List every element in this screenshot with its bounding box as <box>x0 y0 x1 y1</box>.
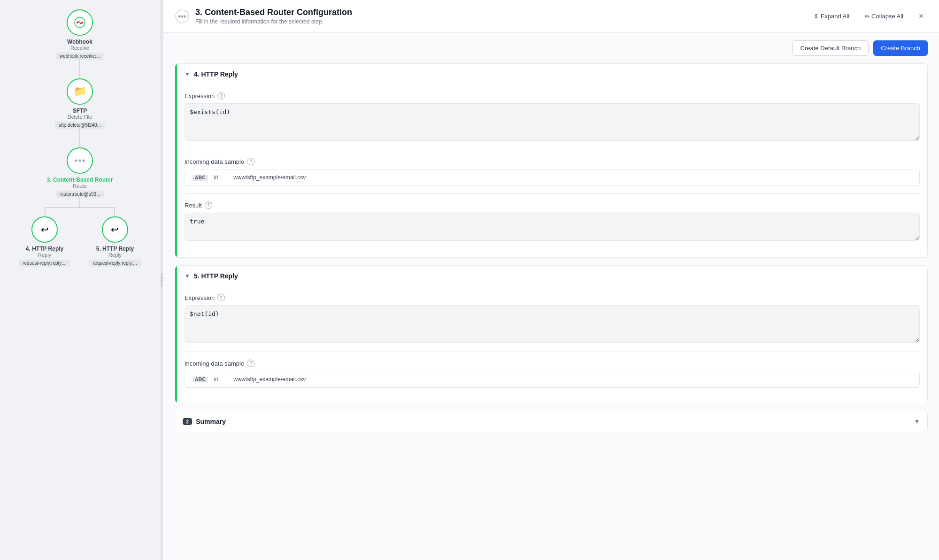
incoming-4-value-0: www/sftp_example/email.csv <box>233 174 306 181</box>
router-icon <box>75 158 85 163</box>
result-4-help-icon[interactable]: ? <box>205 201 212 209</box>
branch-fork <box>33 198 127 216</box>
section-5-card: ▼ 5. HTTP Reply Expression ? $not(id) In… <box>175 265 928 403</box>
create-default-branch-button[interactable]: Create Default Branch <box>793 40 869 56</box>
section-5-divider <box>185 352 920 352</box>
summary-chevron: ▼ <box>914 418 920 425</box>
section-4-chevron: ▼ <box>185 71 190 77</box>
incoming-4-help-icon[interactable]: ? <box>247 158 254 165</box>
node-1-wrapper: Webhook Receive webhook:receive:... <box>56 9 104 60</box>
section-4-result-group: Result ? true <box>185 201 920 242</box>
summary-section: 2 Summary ▼ <box>175 411 928 432</box>
node-5-circle[interactable]: ↩ <box>102 216 128 243</box>
collapse-all-button[interactable]: ⇔ Collapse All <box>861 11 907 22</box>
svg-point-9 <box>184 15 186 17</box>
branch-nodes: ↩ 4. HTTP Reply Reply request-reply:repl… <box>19 216 141 267</box>
expand-all-button[interactable]: ⇕ Expand All <box>810 11 853 22</box>
node-5-badge: request-reply:reply:... <box>89 260 141 267</box>
section-4-expression-group: Expression ? $exists(id) <box>185 92 920 142</box>
node-4-badge: request-reply:reply:... <box>19 260 70 267</box>
section-4-expression-label: Expression ? <box>185 92 920 100</box>
section-4-divider-2 <box>185 193 920 194</box>
section-5-header[interactable]: ▼ 5. HTTP Reply <box>175 266 927 286</box>
svg-point-1 <box>77 22 78 23</box>
node-2-wrapper: 📁 SFTP Delete File sftp:delete@5f240... <box>55 78 105 129</box>
router-header-icon <box>175 9 190 24</box>
section-4-incoming-table: ABC id www/sftp_example/email.csv <box>185 169 920 186</box>
create-branch-button[interactable]: Create Branch <box>873 40 928 56</box>
section-4-body: Expression ? $exists(id) Incoming data s… <box>175 84 927 257</box>
svg-point-4 <box>79 160 81 162</box>
header-text: 3. Content-Based Router Configuration Fi… <box>195 8 804 25</box>
node-1-badge: webhook:receive:... <box>56 53 104 60</box>
sftp-icon: 📁 <box>74 85 86 98</box>
section-4-card: ▼ 4. HTTP Reply Expression ? $exists(id)… <box>175 63 928 258</box>
svg-point-5 <box>83 160 85 162</box>
node-2-sublabel: Delete File <box>68 114 92 120</box>
summary-badge: 2 <box>183 418 192 425</box>
node-3-circle[interactable] <box>67 147 93 174</box>
node-1-circle[interactable] <box>67 9 93 36</box>
panel-content: Create Default Branch Create Branch ▼ 4.… <box>163 33 939 560</box>
section-5-incoming-group: Incoming data sample ? ABC id www/sftp_e… <box>185 360 920 388</box>
expression-4-help-icon[interactable]: ? <box>217 92 225 100</box>
connector-2-3 <box>79 129 80 147</box>
section-4-title: 4. HTTP Reply <box>194 70 238 78</box>
node-4-circle[interactable]: ↩ <box>31 216 58 243</box>
expression-5-help-icon[interactable]: ? <box>217 294 225 301</box>
resize-dots <box>161 274 162 286</box>
incoming-4-label-text: Incoming data sample <box>185 158 244 165</box>
result-4-textarea[interactable]: true <box>185 213 920 241</box>
reply-5-icon: ↩ <box>111 224 119 235</box>
section-5-title: 5. HTTP Reply <box>194 272 238 280</box>
sidebar: Webhook Receive webhook:receive:... 📁 SF… <box>0 0 160 560</box>
section-5-expression-group: Expression ? $not(id) <box>185 294 920 344</box>
reply-4-icon: ↩ <box>41 224 49 235</box>
incoming-5-label-text: Incoming data sample <box>185 360 244 367</box>
section-5-chevron: ▼ <box>185 273 190 279</box>
node-3-label: 3. Content-Based Router <box>47 176 113 183</box>
node-2-circle[interactable]: 📁 <box>67 78 93 105</box>
section-4-header[interactable]: ▼ 4. HTTP Reply <box>175 64 927 84</box>
incoming-5-help-icon[interactable]: ? <box>247 360 254 367</box>
node-4-wrapper: ↩ 4. HTTP Reply Reply request-reply:repl… <box>19 216 70 267</box>
expand-icon: ⇕ <box>814 13 819 20</box>
node-3-sublabel: Route <box>73 183 86 189</box>
panel-subtitle: Fill in the required information for the… <box>195 18 804 25</box>
collapse-all-label: Collapse All <box>871 13 903 20</box>
incoming-5-row-0: ABC id www/sftp_example/email.csv <box>185 371 919 387</box>
action-bar: Create Default Branch Create Branch <box>175 40 928 56</box>
expression-5-label-text: Expression <box>185 294 215 301</box>
node-3-wrapper: 3. Content-Based Router Route router:rou… <box>47 147 113 198</box>
node-2-badge: sftp:delete@5f240... <box>55 122 105 129</box>
incoming-4-key-0: id <box>214 174 228 181</box>
svg-point-2 <box>81 22 83 23</box>
panel-title: 3. Content-Based Router Configuration <box>195 8 804 17</box>
node-3-badge: router:route@a93... <box>56 191 104 198</box>
expression-4-textarea[interactable]: $exists(id) <box>185 103 920 141</box>
collapse-icon: ⇔ <box>864 13 870 20</box>
resize-handle[interactable] <box>160 0 163 560</box>
incoming-4-type-0: ABC <box>192 175 208 181</box>
summary-header[interactable]: 2 Summary ▼ <box>175 411 927 432</box>
node-5-wrapper: ↩ 5. HTTP Reply Reply request-reply:repl… <box>89 216 141 267</box>
svg-point-7 <box>178 15 181 17</box>
section-4-result-label: Result ? <box>185 201 920 209</box>
incoming-4-row-0: ABC id www/sftp_example/email.csv <box>185 169 919 185</box>
section-5-incoming-label: Incoming data sample ? <box>185 360 920 367</box>
connector-1-2 <box>79 60 80 78</box>
node-4-sublabel: Reply <box>38 252 51 258</box>
section-4-divider <box>185 150 920 150</box>
expression-5-textarea[interactable]: $not(id) <box>185 305 920 343</box>
svg-point-3 <box>75 160 77 162</box>
close-button[interactable]: × <box>915 10 928 23</box>
header-actions: ⇕ Expand All ⇔ Collapse All × <box>810 10 928 23</box>
node-1-label: Webhook <box>67 38 92 45</box>
summary-label: Summary <box>196 418 226 425</box>
section-5-body: Expression ? $not(id) Incoming data samp… <box>175 286 927 403</box>
section-4-incoming-label: Incoming data sample ? <box>185 158 920 165</box>
node-5-sublabel: Reply <box>108 252 122 258</box>
panel-header: 3. Content-Based Router Configuration Fi… <box>163 0 939 33</box>
incoming-5-value-0: www/sftp_example/email.csv <box>233 376 306 383</box>
main-panel: 3. Content-Based Router Configuration Fi… <box>163 0 939 560</box>
